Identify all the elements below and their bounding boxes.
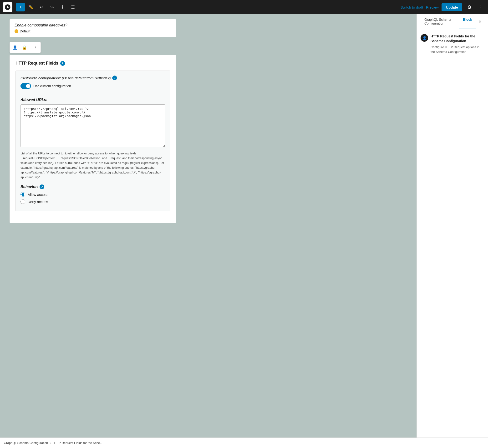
allow-access-label: Allow access [28, 192, 48, 197]
edit-button[interactable]: ✏️ [27, 3, 35, 11]
wp-logo [3, 2, 12, 12]
person-icon: 👤 [421, 34, 428, 42]
breadcrumb-item-2[interactable]: HTTP Request Fields for the Sche... [53, 441, 103, 445]
custom-config-toggle[interactable] [21, 83, 31, 89]
http-help-icon[interactable]: ? [60, 61, 65, 66]
block-user-icon-button[interactable]: 👤 [11, 43, 19, 52]
sidebar: GraphQL Schema Configuration Block ✕ 👤 H… [416, 14, 488, 438]
http-request-fields-block: HTTP Request Fields ? Customize configur… [9, 55, 176, 223]
sidebar-title: GraphQL Schema Configuration [424, 18, 451, 25]
info-icon: ℹ [62, 5, 63, 10]
enable-composable-box: Enable composable directives? Default [9, 19, 176, 37]
update-button[interactable]: Update [441, 3, 462, 11]
allow-access-row: Allow access [21, 192, 165, 197]
plus-icon: + [19, 5, 22, 10]
editor-area: Enable composable directives? Default 👤 … [0, 14, 416, 438]
info-button[interactable]: ℹ [58, 3, 67, 11]
main-layout: Enable composable directives? Default 👤 … [0, 14, 488, 438]
sidebar-tab-block[interactable]: Block [459, 14, 476, 29]
switch-draft-button[interactable]: Switch to draft [400, 5, 423, 9]
block-tab-label: Block [463, 18, 472, 21]
undo-button[interactable]: ↩ [37, 3, 46, 11]
sidebar-section-desc: Configure HTTP Request options in the Sc… [431, 45, 484, 54]
sidebar-section-title: HTTP Request Fields for the Schema Confi… [431, 34, 484, 43]
sidebar-content: 👤 HTTP Request Fields for the Schema Con… [417, 29, 488, 62]
ellipsis-icon: ⋮ [479, 4, 483, 10]
yellow-circle-icon [15, 29, 18, 33]
sidebar-tabs: GraphQL Schema Configuration Block ✕ [417, 14, 488, 29]
settings-button[interactable]: ⚙ [465, 3, 474, 11]
close-icon: ✕ [478, 19, 482, 24]
sidebar-section-header: 👤 HTTP Request Fields for the Schema Con… [421, 34, 484, 54]
default-label: Default [20, 29, 30, 33]
dots-icon: ⋮ [33, 45, 37, 50]
behavior-help-icon[interactable]: ? [40, 184, 44, 189]
http-block-title: HTTP Request Fields [16, 61, 58, 66]
customize-help-icon[interactable]: ? [112, 76, 117, 80]
more-options-button[interactable]: ⋮ [477, 3, 485, 11]
redo-icon: ↪ [50, 5, 54, 10]
enable-composable-title: Enable composable directives? [15, 23, 171, 27]
default-badge: Default [15, 29, 171, 33]
add-block-button[interactable]: + [16, 3, 25, 11]
breadcrumb-item-1[interactable]: GraphQL Schema Configuration [4, 441, 48, 445]
preview-button[interactable]: Preview [426, 5, 439, 9]
list-view-button[interactable]: ☰ [69, 3, 77, 11]
deny-access-row: Deny access [21, 199, 165, 204]
sidebar-close-button[interactable]: ✕ [476, 14, 484, 29]
deny-access-label: Deny access [28, 200, 48, 204]
urls-description: List of all the URLs to connect to, to e… [21, 151, 165, 180]
user-icon: 👤 [13, 45, 17, 50]
gear-icon: ⚙ [467, 4, 472, 10]
toggle-label: Use custom configuration [33, 84, 71, 88]
toolbar-divider [30, 45, 30, 50]
customize-box: Customize configuration? (Or use default… [16, 71, 170, 211]
block-toolbar: 👤 🔒 ⋮ [9, 42, 41, 53]
block-lock-icon-button[interactable]: 🔒 [20, 43, 29, 52]
pencil-icon: ✏️ [28, 5, 34, 10]
list-icon: ☰ [71, 5, 75, 10]
toggle-row: Use custom configuration [21, 83, 165, 89]
urls-textarea[interactable]: /https:\/\//graphql-api.com\/(\S+)/ #htt… [21, 104, 165, 147]
redo-button[interactable]: ↪ [48, 3, 56, 11]
sidebar-tab-document[interactable]: GraphQL Schema Configuration [421, 14, 459, 29]
breadcrumb-separator: › [50, 441, 51, 445]
allow-access-radio[interactable] [21, 192, 25, 197]
block-more-button[interactable]: ⋮ [31, 43, 40, 52]
http-block-header: HTTP Request Fields ? [16, 61, 170, 66]
toggle-slider [21, 83, 31, 89]
status-bar: GraphQL Schema Configuration › HTTP Requ… [0, 438, 488, 448]
allowed-urls-label: Allowed URLs: [21, 98, 165, 102]
undo-icon: ↩ [40, 5, 43, 10]
customize-title: Customize configuration? (Or use default… [21, 76, 165, 80]
lock-icon: 🔒 [22, 45, 27, 50]
toolbar: + ✏️ ↩ ↪ ℹ ☰ Switch to draft Preview Upd… [0, 0, 488, 14]
behavior-label: Behavior: ? [21, 184, 165, 189]
toolbar-right: Switch to draft Preview Update ⚙ ⋮ [400, 3, 485, 11]
divider [21, 93, 165, 93]
deny-access-radio[interactable] [21, 199, 25, 204]
